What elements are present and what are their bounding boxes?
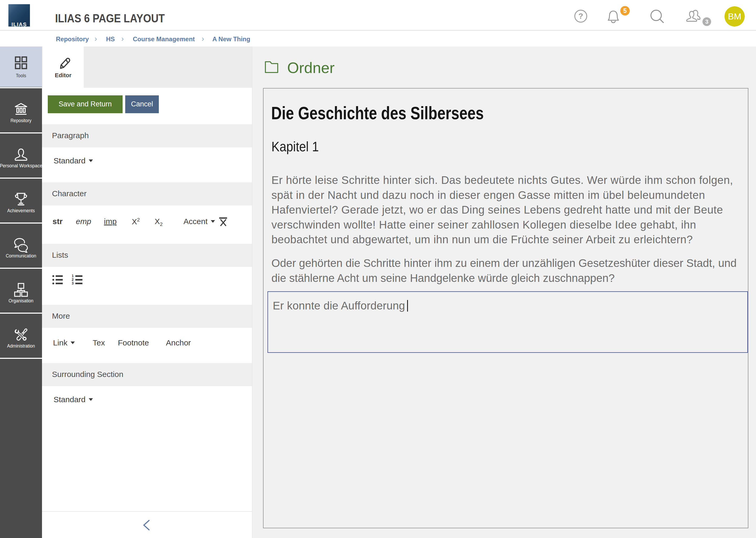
- svg-text:?: ?: [578, 12, 583, 20]
- svg-text:3: 3: [72, 281, 74, 285]
